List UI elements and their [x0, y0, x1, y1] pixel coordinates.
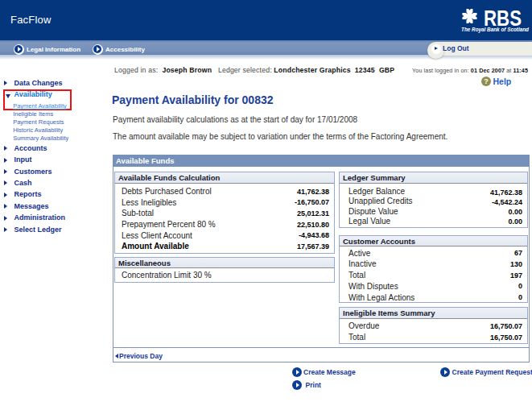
svg-text:The Royal Bank of Scotland: The Royal Bank of Scotland: [461, 26, 529, 33]
